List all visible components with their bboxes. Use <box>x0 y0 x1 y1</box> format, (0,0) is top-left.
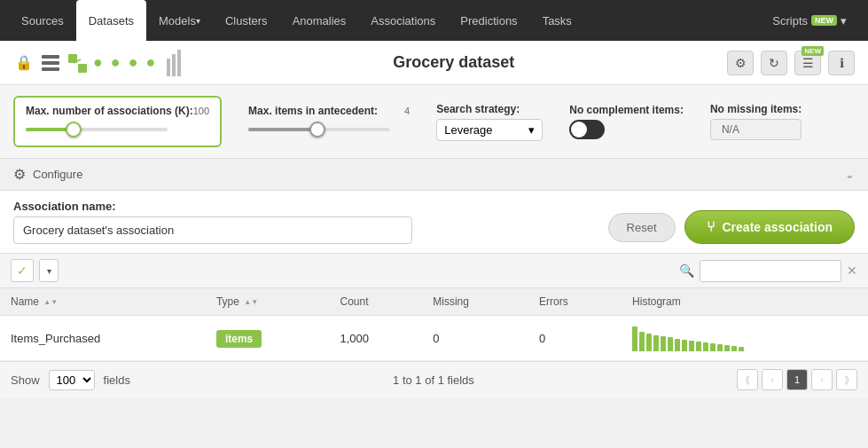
configure-section[interactable]: ⚙ Configure ⌄ <box>0 159 868 191</box>
histogram-bar <box>689 341 694 351</box>
transform-icon <box>66 52 88 74</box>
no-missing-value: N/A <box>710 119 802 140</box>
search-input[interactable] <box>700 260 841 282</box>
nav-item-datasets[interactable]: Datasets <box>76 0 146 41</box>
no-missing-control: No missing items: N/A <box>710 103 802 140</box>
histogram-bar <box>717 344 723 351</box>
no-complement-toggle[interactable] <box>569 120 605 139</box>
menu-new-badge: NEW <box>802 46 824 56</box>
create-label: Create association <box>723 220 833 234</box>
loading-dots: ● ● ● ● <box>93 53 158 72</box>
type-badge: items <box>216 330 262 348</box>
col-header-missing: Missing <box>422 288 528 316</box>
top-navigation: Sources Datasets Models Clusters Anomali… <box>0 0 868 41</box>
nav-scripts[interactable]: Scripts NEW ▾ <box>760 14 859 28</box>
histogram-bar <box>739 347 744 351</box>
next-page-button[interactable]: › <box>811 369 833 390</box>
header-action-buttons: ⚙ ↻ ☰ NEW ℹ <box>727 51 855 75</box>
table-toolbar: ✓ ▾ 🔍 ✕ <box>0 254 868 288</box>
select-all-checkbox[interactable]: ✓ <box>11 259 34 282</box>
menu-button[interactable]: ☰ NEW <box>794 51 821 75</box>
strategy-value: Leverage <box>444 123 492 137</box>
show-label: Show <box>11 373 40 387</box>
max-associations-control: Max. number of associations (K): 100 <box>13 96 222 147</box>
data-table: Name ▲▼ Type ▲▼ Count Missing Errors His… <box>0 288 868 361</box>
last-page-button[interactable]: ⟫ <box>836 369 857 390</box>
col-header-histogram: Histogram <box>622 288 868 316</box>
max-items-label: Max. items in antecedent: <box>248 105 378 117</box>
svg-rect-4 <box>78 64 87 73</box>
type-sort-icon[interactable]: ▲▼ <box>244 299 258 306</box>
association-name-input[interactable] <box>13 216 412 244</box>
search-strategy-control: Search strategy: Leverage ▾ <box>436 103 543 141</box>
create-association-button[interactable]: ⑂ Create association <box>684 210 856 244</box>
association-name-group: Association name: <box>13 200 412 244</box>
nav-item-predictions[interactable]: Predictions <box>448 0 529 41</box>
nav-item-tasks[interactable]: Tasks <box>530 0 584 41</box>
cell-count: 1,000 <box>330 316 423 361</box>
cell-name: Items_Purchased <box>0 316 206 361</box>
pagination: ⟪ ‹ 1 › ⟫ <box>737 369 857 390</box>
histogram-bar <box>639 332 645 351</box>
configure-text: Configure <box>33 168 82 181</box>
strategy-dropdown-icon: ▾ <box>528 123 535 137</box>
histogram-bar <box>661 336 666 351</box>
search-strategy-select[interactable]: Leverage ▾ <box>436 119 543 141</box>
no-complement-control: No complement items: <box>569 104 684 139</box>
histogram-bar <box>724 345 730 351</box>
col-header-errors: Errors <box>528 288 622 316</box>
no-complement-label: No complement items: <box>569 104 684 116</box>
histogram-bar <box>696 342 701 351</box>
max-associations-label: Max. number of associations (K): <box>26 105 193 117</box>
name-sort-icon[interactable]: ▲▼ <box>43 299 58 306</box>
histogram-bar <box>646 334 652 351</box>
dataset-header: 🔒 ● ● ● ● Grocery dataset ⚙ ↻ ☰ NEW <box>0 41 868 85</box>
fields-label: fields <box>104 373 130 387</box>
nav-item-clusters[interactable]: Clusters <box>213 0 280 41</box>
dataset-icon <box>40 52 61 74</box>
max-items-control: Max. items in antecedent: 4 <box>248 105 410 138</box>
col-header-type[interactable]: Type ▲▼ <box>206 288 330 316</box>
info-button[interactable]: ℹ <box>828 51 855 75</box>
search-icon: 🔍 <box>679 263 694 278</box>
scripts-arrow-icon: ▾ <box>841 14 847 28</box>
cell-histogram <box>622 316 868 361</box>
max-items-value: 4 <box>404 106 410 116</box>
create-icon: ⑂ <box>707 219 716 235</box>
table-row: Items_Purchaseditems1,00000 <box>0 316 868 361</box>
association-name-actions: Reset ⑂ Create association <box>608 210 855 244</box>
settings-button[interactable]: ⚙ <box>727 51 754 75</box>
histogram-bar <box>703 342 708 351</box>
select-dropdown-button[interactable]: ▾ <box>39 259 59 282</box>
max-associations-slider[interactable] <box>26 121 168 138</box>
svg-rect-0 <box>42 55 59 59</box>
no-missing-label: No missing items: <box>710 103 802 115</box>
table-header-row: Name ▲▼ Type ▲▼ Count Missing Errors His… <box>0 288 868 316</box>
reset-button[interactable]: Reset <box>608 213 676 242</box>
cell-errors: 0 <box>528 316 622 361</box>
prev-page-button[interactable]: ‹ <box>762 369 783 390</box>
search-box: 🔍 ✕ <box>679 260 857 282</box>
nav-item-models[interactable]: Models <box>146 0 213 41</box>
first-page-button[interactable]: ⟪ <box>737 369 758 390</box>
max-items-slider[interactable] <box>248 121 390 138</box>
scripts-label: Scripts <box>772 14 808 28</box>
show-count-select[interactable]: 100 50 25 <box>49 370 95 390</box>
histogram-bar <box>632 326 637 351</box>
clear-search-button[interactable]: ✕ <box>847 263 857 278</box>
nav-item-anomalies[interactable]: Anomalies <box>280 0 359 41</box>
current-page-button[interactable]: 1 <box>786 369 808 390</box>
nav-item-associations[interactable]: Associations <box>358 0 448 41</box>
scripts-new-badge: NEW <box>811 15 837 26</box>
histogram-bar <box>675 339 680 351</box>
nav-item-sources[interactable]: Sources <box>9 0 76 41</box>
configure-label: ⚙ Configure <box>13 166 82 183</box>
association-name-label: Association name: <box>13 200 412 213</box>
histogram-bar <box>668 337 673 351</box>
refresh-button[interactable]: ↻ <box>761 51 787 75</box>
svg-rect-2 <box>42 67 59 71</box>
table-section: ✓ ▾ 🔍 ✕ Name ▲▼ Type ▲▼ Count Missing E <box>0 254 868 397</box>
col-header-name[interactable]: Name ▲▼ <box>0 288 206 316</box>
histogram-bar <box>682 340 687 351</box>
configure-icon: ⚙ <box>13 166 26 183</box>
